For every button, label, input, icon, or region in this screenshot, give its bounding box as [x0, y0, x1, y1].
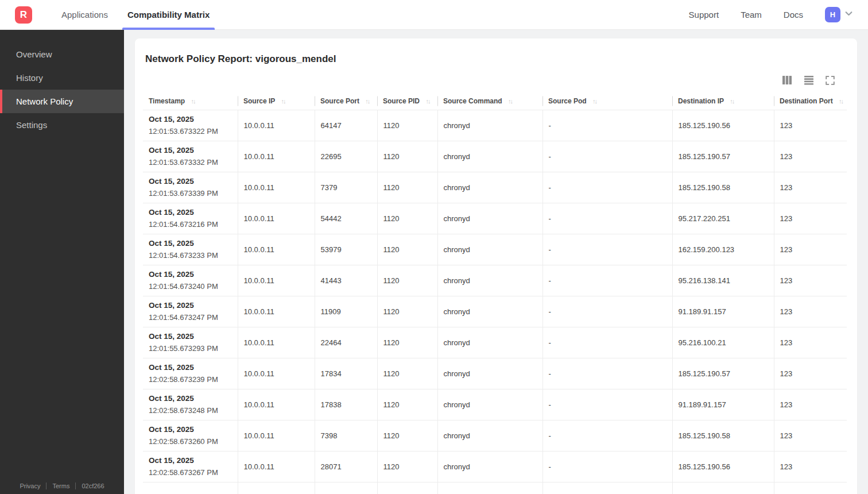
column-header[interactable]: Source IP ↑↓ — [238, 92, 315, 110]
sort-icon[interactable]: ↑↓ — [191, 98, 195, 105]
sort-icon[interactable]: ↑↓ — [592, 98, 596, 105]
timestamp-cell: Oct 15, 2025 12:01:53.673339 PM — [143, 172, 238, 203]
account-menu[interactable]: H — [825, 7, 853, 22]
top-link[interactable]: Docs — [784, 10, 803, 20]
sort-icon[interactable]: ↑↓ — [730, 98, 734, 105]
sort-icon[interactable]: ↑↓ — [365, 98, 369, 105]
fullscreen-button[interactable] — [824, 75, 836, 88]
source-pod-cell: - — [542, 420, 672, 451]
source-port-cell: 22695 — [315, 141, 377, 172]
source-pid-cell: 1120 — [377, 141, 437, 172]
source-command-cell: chronyd — [437, 327, 542, 358]
column-header[interactable]: Destination Port ↑↓ — [774, 92, 847, 110]
app-logo[interactable]: R — [15, 6, 32, 24]
timestamp-cell: Oct 15, 2025 12:02:58.673239 PM — [143, 358, 238, 389]
source-pid-cell: 1120 — [377, 265, 437, 296]
table-row: Oct 15, 2025 12:02:58.673260 PM 10.0.0.1… — [143, 420, 847, 451]
sidebar-item[interactable]: Settings — [0, 113, 124, 137]
column-header[interactable]: Source Port ↑↓ — [315, 92, 377, 110]
column-resize-handle[interactable] — [774, 96, 774, 106]
column-header-label: Source Command — [443, 97, 502, 105]
source-pod-cell: - — [542, 296, 672, 327]
destination-ip-cell: 91.189.91.157 — [672, 389, 774, 420]
destination-ip-cell: 185.125.190.58 — [672, 172, 774, 203]
top-link-label: Team — [741, 10, 762, 20]
sidebar-nav: Overview History Network Policy Settings — [0, 43, 124, 137]
destination-ip-cell: 95.217.220.251 — [672, 203, 774, 234]
column-resize-handle[interactable] — [377, 96, 378, 106]
rows-view-button[interactable] — [803, 74, 815, 88]
table-row: Oct 15, 2025 12:01:54.673233 PM 10.0.0.1… — [143, 234, 847, 265]
column-header[interactable]: Destination IP ↑↓ — [672, 92, 774, 110]
source-pod-cell: - — [542, 203, 672, 234]
column-header-label: Source PID — [383, 97, 420, 105]
timestamp-time: 12:02:58.673248 PM — [149, 404, 232, 416]
timestamp-date: Oct 15, 2025 — [149, 268, 232, 280]
timestamp-date: Oct 15, 2025 — [149, 237, 232, 249]
report-header: Network Policy Report: vigorous_mendel — [135, 38, 857, 65]
source-pid-cell: 1120 — [377, 327, 437, 358]
source-command-cell — [437, 482, 542, 494]
footer-divider — [46, 483, 46, 489]
top-link[interactable]: Support — [689, 10, 719, 20]
terms-link[interactable]: Terms — [52, 483, 69, 489]
columns-view-button[interactable] — [781, 74, 793, 88]
column-header[interactable]: Source PID ↑↓ — [377, 92, 437, 110]
table-row: Oct 15, 2025 12:01:54.673247 PM 10.0.0.1… — [143, 296, 847, 327]
source-pod-cell: - — [542, 141, 672, 172]
column-resize-handle[interactable] — [315, 96, 315, 106]
timestamp-cell: Oct 15, 2025 12:01:53.673332 PM — [143, 141, 238, 172]
column-header[interactable]: Source Pod ↑↓ — [542, 92, 672, 110]
sort-icon[interactable]: ↑↓ — [508, 98, 512, 105]
columns-view-icon — [782, 75, 792, 87]
sidebar-item[interactable]: History — [0, 66, 124, 90]
privacy-link[interactable]: Privacy — [20, 483, 40, 489]
timestamp-cell: Oct 15, 2025 12:01:54.673247 PM — [143, 296, 238, 327]
timestamp-cell: Oct 15, 2025 12:02:58.673248 PM — [143, 389, 238, 420]
table-row: Oct 15, 2025 12:01:53.673322 PM 10.0.0.1… — [143, 110, 847, 141]
sort-icon[interactable]: ↑↓ — [425, 98, 429, 105]
page-title: Network Policy Report: vigorous_mendel — [145, 53, 847, 65]
source-pid-cell: 1120 — [377, 389, 437, 420]
source-port-cell: 17834 — [315, 358, 377, 389]
source-ip-cell: 10.0.0.11 — [238, 265, 315, 296]
column-resize-handle[interactable] — [437, 96, 438, 106]
timestamp-time: 12:02:58.673260 PM — [149, 435, 232, 447]
top-nav-item-label: Compatibility Matrix — [127, 10, 210, 20]
top-link-label: Support — [689, 10, 719, 20]
source-port-cell: 11909 — [315, 296, 377, 327]
column-resize-handle[interactable] — [672, 96, 673, 106]
top-nav-item[interactable]: Applications — [52, 0, 118, 30]
timestamp-cell: Oct 15, 2025 12:01:53.673322 PM — [143, 110, 238, 141]
column-resize-handle[interactable] — [542, 96, 543, 106]
sidebar-item[interactable]: Network Policy — [0, 90, 124, 113]
top-link[interactable]: Team — [741, 10, 762, 20]
source-port-cell: 64147 — [315, 110, 377, 141]
top-nav-item[interactable]: Compatibility Matrix — [118, 0, 219, 30]
timestamp-time: 12:01:54.673240 PM — [149, 280, 232, 292]
source-command-cell: chronyd — [437, 358, 542, 389]
column-header[interactable]: Source Command ↑↓ — [437, 92, 542, 110]
timestamp-time: 12:01:54.673247 PM — [149, 311, 232, 323]
column-resize-handle[interactable] — [238, 96, 238, 106]
sidebar-item[interactable]: Overview — [0, 43, 124, 66]
timestamp-date: Oct 15, 2025 — [149, 175, 232, 187]
destination-ip-cell — [672, 482, 774, 494]
sort-icon[interactable]: ↑↓ — [281, 98, 285, 105]
top-nav: Applications Compatibility Matrix — [52, 0, 219, 30]
destination-ip-cell: 185.125.190.56 — [672, 451, 774, 482]
source-ip-cell: 10.0.0.11 — [238, 296, 315, 327]
table-row: Oct 15, 2025 12:02:58.673239 PM 10.0.0.1… — [143, 358, 847, 389]
source-pod-cell — [542, 482, 672, 494]
source-pod-cell: - — [542, 327, 672, 358]
sort-icon[interactable]: ↑↓ — [839, 98, 843, 105]
source-pid-cell: 1120 — [377, 296, 437, 327]
destination-port-cell: 123 — [774, 358, 847, 389]
source-pod-cell: - — [542, 110, 672, 141]
sidebar-item-label: Settings — [16, 120, 47, 130]
chevron-down-icon[interactable] — [844, 9, 853, 20]
source-command-cell: chronyd — [437, 265, 542, 296]
avatar[interactable]: H — [825, 7, 840, 22]
column-header[interactable]: Timestamp ↑↓ — [143, 92, 238, 110]
source-pod-cell: - — [542, 389, 672, 420]
